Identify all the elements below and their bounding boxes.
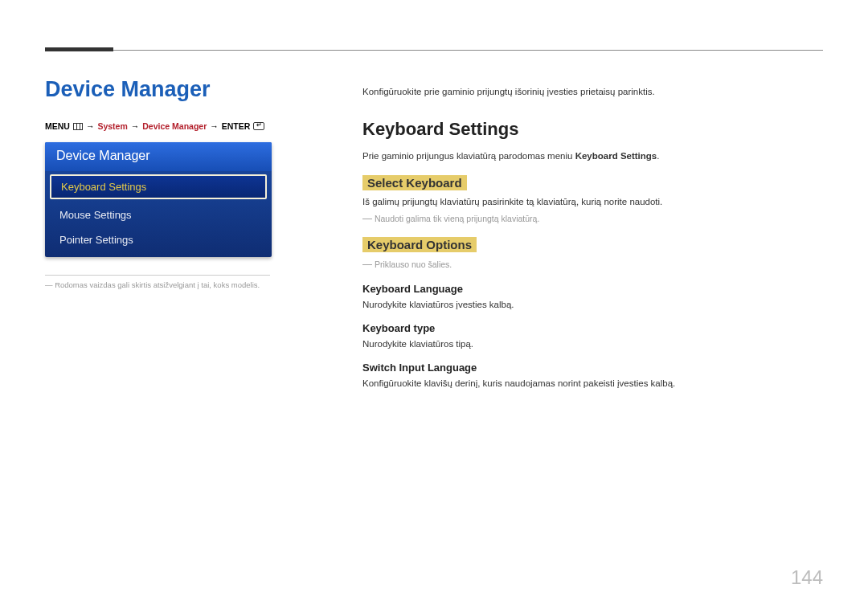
- keyboard-settings-description: Prie gaminio prijungus klaviatūrą parodo…: [362, 151, 823, 161]
- arrow-icon: →: [210, 121, 219, 131]
- header-rule: [45, 50, 823, 51]
- subsection-select-keyboard: Select Keyboard: [362, 175, 467, 190]
- menu-panel: Device Manager Keyboard Settings Mouse S…: [45, 142, 272, 257]
- arrow-icon: →: [131, 121, 140, 131]
- arrow-icon: →: [86, 121, 95, 131]
- menu-icon: [73, 123, 83, 130]
- menu-item-mouse-settings[interactable]: Mouse Settings: [45, 202, 272, 227]
- menu-item-label: Keyboard Settings: [61, 181, 146, 193]
- heading-keyboard-language: Keyboard Language: [362, 283, 823, 295]
- page-title: Device Manager: [45, 77, 338, 102]
- section-heading-keyboard-settings: Keyboard Settings: [362, 119, 823, 140]
- keyboard-options-note: ― Priklauso nuo šalies.: [362, 259, 823, 270]
- select-keyboard-body: Iš galimų prijungtų klaviatūrų pasirinki…: [362, 197, 823, 206]
- desc-post: .: [657, 151, 659, 161]
- footnote: ― Rodomas vaizdas gali skirtis atsižvelg…: [45, 275, 270, 289]
- dash-icon: ―: [362, 259, 372, 270]
- footnote-text: Rodomas vaizdas gali skirtis atsižvelgia…: [55, 280, 260, 289]
- body-keyboard-type: Nurodykite klaviatūros tipą.: [362, 339, 823, 349]
- heading-keyboard-type: Keyboard type: [362, 322, 823, 334]
- heading-switch-input-language: Switch Input Language: [362, 362, 823, 374]
- enter-icon: [253, 122, 264, 130]
- body-switch-input-language: Konfigūruokite klavišų derinį, kuris nau…: [362, 378, 823, 388]
- note-text: Priklauso nuo šalies.: [375, 260, 452, 269]
- breadcrumb: MENU → System → Device Manager → ENTER: [45, 121, 338, 131]
- menu-panel-header: Device Manager: [45, 142, 272, 171]
- breadcrumb-device-manager: Device Manager: [142, 121, 207, 131]
- breadcrumb-enter-label: ENTER: [222, 121, 251, 131]
- body-keyboard-language: Nurodykite klaviatūros įvesties kalbą.: [362, 300, 823, 309]
- dash-icon: ―: [362, 213, 372, 224]
- select-keyboard-note: ― Naudoti galima tik vieną prijungtą kla…: [362, 213, 823, 224]
- desc-bold: Keyboard Settings: [575, 151, 657, 161]
- menu-item-label: Mouse Settings: [59, 209, 132, 221]
- subsection-keyboard-options: Keyboard Options: [362, 237, 477, 252]
- menu-item-keyboard-settings[interactable]: Keyboard Settings: [50, 174, 267, 199]
- desc-pre: Prie gaminio prijungus klaviatūrą parodo…: [362, 151, 575, 161]
- intro-text: Konfigūruokite prie gaminio prijungtų iš…: [362, 87, 823, 96]
- page-number: 144: [791, 566, 823, 589]
- dash-icon: ―: [45, 280, 53, 289]
- menu-item-label: Pointer Settings: [59, 234, 133, 246]
- breadcrumb-system: System: [97, 121, 127, 131]
- note-text: Naudoti galima tik vieną prijungtą klavi…: [375, 214, 539, 223]
- breadcrumb-menu-label: MENU: [45, 121, 70, 131]
- right-column: Konfigūruokite prie gaminio prijungtų iš…: [338, 77, 823, 401]
- menu-item-pointer-settings[interactable]: Pointer Settings: [45, 227, 272, 257]
- left-column: Device Manager MENU → System → Device Ma…: [45, 77, 338, 401]
